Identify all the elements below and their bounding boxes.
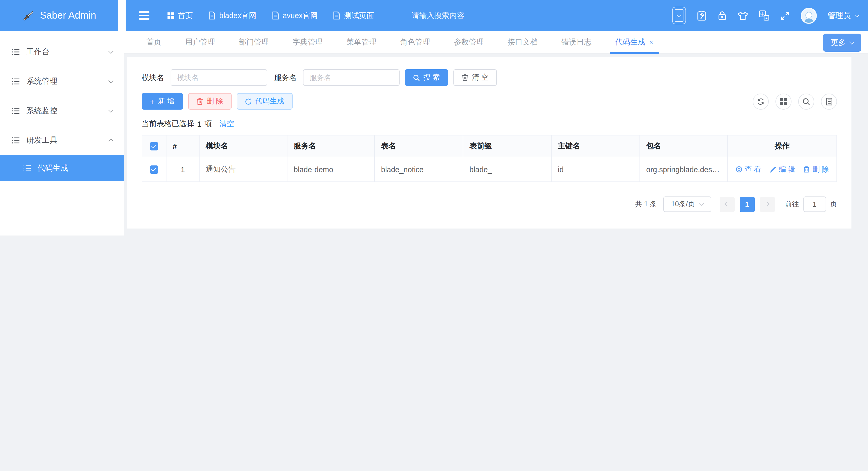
screenshot-icon[interactable]: [672, 7, 686, 24]
top-menu-item-avuex[interactable]: avuex官网: [272, 10, 317, 21]
cell-package: org.springblade.desk...: [640, 157, 727, 182]
tab-api-docs[interactable]: 接口文档: [508, 31, 538, 54]
sidebar-item-system-management[interactable]: 系统管理: [0, 67, 124, 96]
translate-icon[interactable]: 中 A: [759, 10, 769, 21]
search-button[interactable]: 搜 索: [405, 69, 448, 86]
content-area: 模块名 服务名 搜 索 清 空: [124, 54, 868, 228]
tab-error-log[interactable]: 错误日志: [561, 31, 591, 54]
filter-form: 模块名 服务名 搜 索 清 空: [142, 69, 837, 86]
row-checkbox[interactable]: [150, 165, 158, 174]
goto-page-input[interactable]: [803, 196, 826, 212]
trash-icon: [804, 166, 810, 173]
prev-page-button[interactable]: [719, 197, 734, 212]
top-menu-label: avuex官网: [282, 10, 317, 21]
goto-page: 前往 页: [785, 196, 837, 212]
clear-button[interactable]: 清 空: [454, 69, 497, 86]
sidebar-item-workbench[interactable]: 工作台: [0, 37, 124, 67]
goto-label: 前往: [785, 199, 799, 209]
collapse-menu-icon[interactable]: [139, 12, 149, 20]
user-name: 管理员: [828, 10, 851, 21]
column-settings-icon[interactable]: [775, 93, 792, 109]
delete-button[interactable]: 删 除: [188, 93, 231, 109]
selection-info: 当前表格已选择 1 项 清空: [142, 119, 837, 129]
chevron-down-icon: [108, 49, 114, 54]
document-icon: [208, 11, 216, 20]
col-pk: 主键名: [551, 135, 640, 157]
select-all-checkbox[interactable]: [150, 142, 158, 151]
next-page-button[interactable]: [760, 197, 775, 212]
chevron-down-icon: [699, 201, 704, 206]
chevron-down-icon: [849, 39, 854, 44]
debug-tool-icon[interactable]: [697, 10, 707, 21]
app-root: Saber Admin 首页 bladex官网: [0, 0, 868, 236]
cell-index: 1: [166, 157, 199, 182]
top-menu-item-test[interactable]: 测试页面: [333, 10, 374, 21]
plus-icon: +: [150, 97, 155, 106]
tab-menu-management[interactable]: 菜单管理: [346, 31, 376, 54]
chevron-down-icon: [108, 107, 114, 113]
view-row-button[interactable]: 查 看: [735, 165, 761, 174]
global-search: [411, 11, 499, 20]
sidebar-item-code-generation[interactable]: 代码生成: [0, 155, 124, 181]
table-row: 1 通知公告 blade-demo blade_notice blade_ id…: [142, 157, 837, 182]
tab-dict-management[interactable]: 字典管理: [292, 31, 322, 54]
topbar: 首页 bladex官网 avuex官网: [126, 0, 868, 31]
tab-bar: 首页 用户管理 部门管理 字典管理 菜单管理 角色管理 参数管理 接口文档 错误…: [124, 31, 868, 54]
close-icon[interactable]: ×: [649, 38, 653, 46]
action-row: + 新 增 删 除 代码生成: [142, 93, 837, 109]
module-name-input[interactable]: [170, 69, 267, 86]
row-actions: 查 看 编 辑: [734, 165, 830, 174]
tab-code-generation[interactable]: 代码生成 ×: [615, 31, 653, 54]
sidebar-item-label: 系统监控: [26, 106, 57, 116]
refresh-icon: [245, 98, 251, 105]
selection-text: 当前表格已选择: [142, 119, 194, 129]
user-menu[interactable]: 管理员: [828, 10, 859, 21]
tab-dept-management[interactable]: 部门管理: [239, 31, 269, 54]
tab-param-management[interactable]: 参数管理: [454, 31, 484, 54]
tab-user-management[interactable]: 用户管理: [185, 31, 215, 54]
code-generate-button[interactable]: 代码生成: [237, 93, 292, 109]
service-name-label: 服务名: [274, 73, 297, 83]
sword-icon: [22, 9, 35, 22]
more-button[interactable]: 更多: [823, 34, 861, 52]
avatar[interactable]: [801, 7, 817, 24]
pagination: 共 1 条 10条/页 1 前往 页: [142, 196, 837, 212]
delete-row-button[interactable]: 删 除: [804, 165, 829, 174]
col-service: 服务名: [287, 135, 375, 157]
theme-shirt-icon[interactable]: [738, 10, 748, 21]
page-size-select[interactable]: 10条/页: [663, 196, 711, 212]
export-list-icon[interactable]: [821, 93, 837, 109]
edit-row-button[interactable]: 编 辑: [770, 165, 795, 174]
cell-table: blade_notice: [375, 157, 463, 182]
chevron-up-icon: [108, 138, 114, 144]
sidebar-item-label: 工作台: [26, 47, 50, 57]
grid-icon: [167, 12, 174, 19]
search-toggle-icon[interactable]: [798, 93, 814, 109]
sidebar-item-label: 系统管理: [26, 76, 57, 86]
cell-module: 通知公告: [199, 157, 287, 182]
service-name-input[interactable]: [303, 69, 400, 86]
current-page-button[interactable]: 1: [740, 197, 754, 212]
fullscreen-icon[interactable]: [780, 10, 790, 21]
sidebar-item-system-monitor[interactable]: 系统监控: [0, 96, 124, 126]
logo-gap: [118, 0, 126, 31]
data-table: # 模块名 服务名 表名 表前缀 主键名 包名 操作: [142, 135, 837, 182]
add-button[interactable]: + 新 增: [142, 93, 183, 109]
top-menu-item-bladex[interactable]: bladex官网: [208, 10, 256, 21]
tab-role-management[interactable]: 角色管理: [400, 31, 430, 54]
tab-home[interactable]: 首页: [146, 31, 161, 54]
col-actions: 操作: [727, 135, 837, 157]
clear-selection-link[interactable]: 清空: [219, 119, 234, 129]
svg-text:A: A: [765, 16, 768, 20]
menu-list-icon: [11, 106, 20, 115]
top-menu-label: 测试页面: [344, 10, 374, 21]
lock-icon[interactable]: [718, 10, 727, 21]
selection-count: 1: [197, 120, 202, 128]
refresh-icon[interactable]: [753, 93, 769, 109]
crud-card: 模块名 服务名 搜 索 清 空: [127, 57, 851, 228]
sidebar-item-dev-tools[interactable]: 研发工具: [0, 126, 124, 155]
global-search-input[interactable]: [411, 11, 499, 20]
menu-list-icon: [23, 164, 32, 172]
top-menu-item-home[interactable]: 首页: [167, 10, 193, 21]
top-menu-label: bladex官网: [219, 10, 256, 21]
